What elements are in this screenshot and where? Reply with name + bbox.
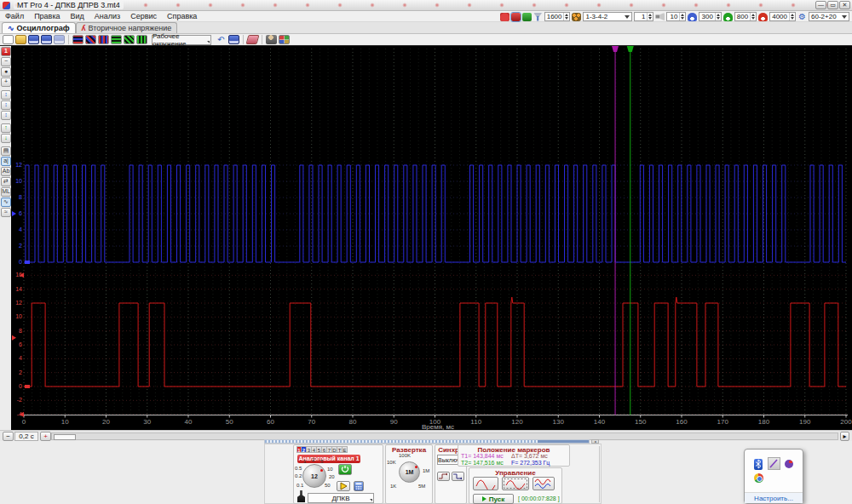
user-tool-icon[interactable] bbox=[266, 35, 277, 44]
menu-5[interactable]: Сервис bbox=[125, 11, 162, 22]
save-as-button[interactable] bbox=[41, 35, 52, 44]
rpm-mid-spinner-arrows[interactable] bbox=[750, 13, 756, 20]
display-mode-5-button[interactable] bbox=[124, 35, 135, 44]
oscilloscope-screen[interactable]: 0102030405060708090100110120130140150160… bbox=[11, 46, 852, 430]
level-spinner-arrows[interactable] bbox=[679, 13, 685, 20]
lock-icon[interactable] bbox=[522, 13, 532, 21]
signal-name-value: ДПКВ bbox=[331, 495, 349, 502]
toggle-grid-button[interactable]: ▤ bbox=[1, 146, 11, 156]
erase-button[interactable] bbox=[246, 35, 260, 44]
open-file-button[interactable] bbox=[15, 35, 26, 44]
zoom-reset-button[interactable]: ● bbox=[1, 67, 11, 77]
display-mode-4-button[interactable] bbox=[111, 35, 122, 44]
toggle-values-button[interactable]: a| bbox=[1, 157, 11, 166]
toggle-labels-button[interactable]: Ab bbox=[1, 167, 11, 176]
scope-sidebar: 1−●+↕↕↕↑↓▤a|Ab⇄ML∿≈ bbox=[0, 46, 12, 430]
channel-power-button[interactable] bbox=[338, 464, 352, 475]
workspace-select[interactable]: Рабочее окружение bbox=[152, 35, 211, 45]
level-spinner[interactable]: 10 bbox=[666, 12, 686, 21]
toggle-spline-button[interactable]: ≈ bbox=[1, 208, 11, 217]
channel-1-indicator[interactable]: 1 bbox=[1, 47, 11, 56]
rpm-high-spinner-arrows[interactable] bbox=[789, 13, 795, 20]
toggle-measure-button[interactable]: ML bbox=[1, 187, 11, 197]
rpm-spinner[interactable]: 1600 bbox=[544, 12, 571, 21]
undo-button[interactable]: ↶ bbox=[216, 35, 227, 44]
scroll-right-button[interactable]: ▸ bbox=[840, 432, 849, 441]
pen-tool-icon[interactable] bbox=[768, 457, 780, 470]
blue-scale-label: 12 bbox=[11, 162, 22, 168]
car-icon[interactable] bbox=[500, 13, 509, 21]
channel-title: Аналоговый канал 1 bbox=[297, 455, 360, 463]
channel-tab-E[interactable]: E bbox=[343, 446, 348, 453]
close-button[interactable]: ✕ bbox=[839, 1, 850, 9]
display-mode-6-button[interactable] bbox=[136, 35, 147, 44]
display-mode-1-button[interactable] bbox=[72, 35, 83, 44]
bluetooth-icon[interactable] bbox=[754, 459, 763, 470]
menu-4[interactable]: Анализ bbox=[89, 11, 125, 22]
save-button[interactable] bbox=[28, 35, 39, 44]
start-button[interactable]: Пуск bbox=[473, 494, 514, 504]
signal-name-select[interactable]: ДПКВ bbox=[308, 493, 374, 503]
rpm-high-spinner[interactable]: 4000 bbox=[769, 12, 796, 21]
sync-falling-edge-button[interactable] bbox=[452, 472, 464, 481]
stream-capture-button[interactable] bbox=[532, 477, 555, 490]
title-bar[interactable]: MT Pro 4 - ДПКВ ДПРВ 3.mt4 — ▭ ✕ bbox=[0, 0, 852, 11]
firing-order-select[interactable]: 1-3-4-2 bbox=[583, 12, 632, 21]
quick-save-button[interactable] bbox=[228, 35, 239, 44]
x-tick-label: 60 bbox=[261, 418, 281, 426]
sweep-knob[interactable]: 1M bbox=[399, 461, 420, 483]
menu-1[interactable]: Файл bbox=[0, 11, 29, 22]
rpm-mid-value[interactable]: 800 bbox=[735, 13, 750, 20]
v-scale-fit-button[interactable]: ↕ bbox=[1, 100, 11, 110]
menu-3[interactable]: Вид bbox=[66, 11, 89, 22]
time-scrollbar-thumb[interactable] bbox=[54, 434, 76, 440]
v-scale-expand-button[interactable]: ↕ bbox=[1, 90, 11, 100]
rpm-mid-spinner[interactable]: 800 bbox=[734, 12, 757, 21]
rpm-low-value[interactable]: 300 bbox=[699, 13, 714, 20]
rpm-low-spinner[interactable]: 300 bbox=[699, 12, 721, 21]
crank-profile-select[interactable]: 60-2+20 bbox=[809, 12, 849, 21]
rpm-spinner-arrows[interactable] bbox=[563, 13, 569, 20]
gear-icon[interactable]: ⚙ bbox=[797, 13, 807, 21]
channel-scale-knob[interactable]: 12 bbox=[302, 464, 326, 488]
move-down-button[interactable]: ↓ bbox=[1, 134, 11, 143]
cylinder-spinner[interactable]: 1 bbox=[634, 12, 653, 21]
funnel-icon bbox=[533, 13, 543, 21]
menu-6[interactable]: Справка bbox=[162, 11, 202, 22]
new-file-button[interactable] bbox=[3, 35, 14, 44]
minimize-button[interactable]: — bbox=[815, 1, 826, 9]
multi-display-button[interactable] bbox=[279, 35, 290, 44]
control-title: Управление bbox=[469, 469, 561, 477]
zoom-in-time-button[interactable]: + bbox=[40, 432, 51, 441]
app-tray-icon[interactable] bbox=[785, 460, 793, 468]
menu-2[interactable]: Правка bbox=[29, 11, 65, 22]
tab-oscilloscope[interactable]: ∿ Осциллограф bbox=[2, 22, 76, 33]
channel-play-button[interactable] bbox=[337, 481, 350, 491]
tray-configure-link[interactable]: Настроить... bbox=[745, 492, 803, 503]
zoom-out-time-button[interactable]: − bbox=[3, 432, 14, 441]
display-mode-2-button[interactable] bbox=[85, 35, 96, 44]
single-capture-button[interactable] bbox=[473, 477, 498, 490]
rpm-high-value[interactable]: 4000 bbox=[770, 13, 789, 20]
channel-calc-button[interactable] bbox=[354, 481, 364, 491]
maximize-button[interactable]: ▭ bbox=[827, 1, 838, 9]
move-up-button[interactable]: ↑ bbox=[1, 123, 11, 133]
zoom-out-button[interactable]: − bbox=[1, 57, 11, 66]
cylinder-value[interactable]: 1 bbox=[635, 13, 647, 20]
zoom-in-button[interactable]: + bbox=[1, 77, 11, 87]
toggle-waveform-button[interactable]: ∿ bbox=[1, 198, 11, 207]
rpm-value[interactable]: 1600 bbox=[545, 13, 564, 20]
windowed-capture-button[interactable] bbox=[502, 477, 529, 490]
capture-timer: [ 00:00:07:828 ] bbox=[518, 495, 560, 501]
cylinder-spinner-arrows[interactable] bbox=[647, 13, 653, 20]
marker-mode-icon[interactable] bbox=[511, 13, 521, 21]
toggle-levels-button[interactable]: ⇄ bbox=[1, 177, 11, 186]
save-all-button[interactable] bbox=[54, 35, 65, 44]
rpm-low-spinner-arrows[interactable] bbox=[715, 13, 721, 20]
display-mode-3-button[interactable] bbox=[98, 35, 109, 44]
level-value[interactable]: 10 bbox=[667, 13, 679, 20]
chrome-icon[interactable] bbox=[754, 473, 763, 483]
v-scale-compress-button[interactable]: ↕ bbox=[1, 111, 11, 120]
panel-scrollbar-thumb[interactable] bbox=[538, 440, 589, 443]
sync-rising-edge-button[interactable] bbox=[437, 472, 450, 481]
